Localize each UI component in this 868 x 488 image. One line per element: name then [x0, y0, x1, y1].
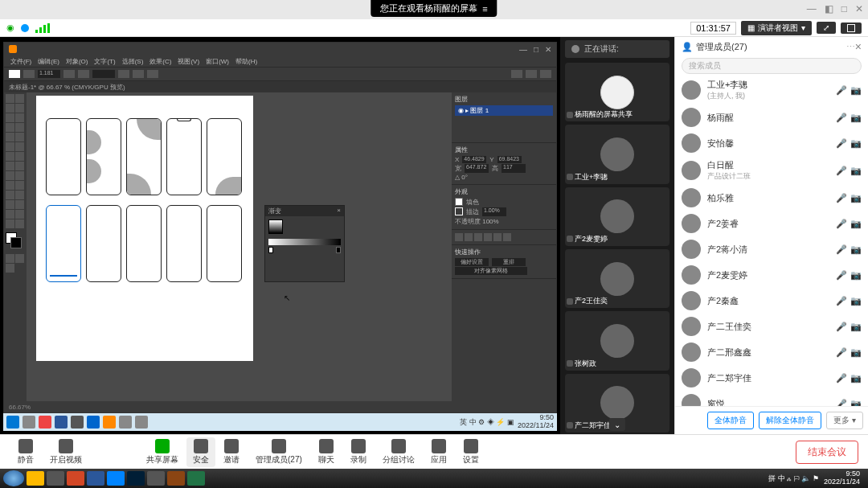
invite-button[interactable]: 邀请 [215, 439, 248, 465]
video-thumbnail[interactable]: 工业+李骢 [565, 125, 669, 183]
opt-icon[interactable] [511, 70, 522, 78]
mic-muted-icon[interactable]: 🎤 [836, 219, 847, 229]
panel-close-icon[interactable]: × [337, 207, 341, 215]
opt-icon[interactable] [526, 70, 537, 78]
brush-tool-icon[interactable] [15, 133, 24, 141]
taskbar-icon[interactable] [107, 471, 125, 486]
mic-muted-icon[interactable]: 🎤 [836, 113, 847, 123]
align-icon[interactable] [503, 233, 511, 241]
video-thumbnail[interactable]: 产2麦雯婷 [565, 187, 669, 246]
participant-row[interactable]: 窗悦🎤📷 [675, 391, 868, 406]
participant-row[interactable]: 安怡馨🎤📷 [675, 130, 868, 156]
color-mode-icon[interactable] [6, 254, 14, 263]
eyedropper-icon[interactable] [6, 191, 14, 199]
camera-off-icon[interactable]: 📷 [850, 193, 862, 203]
gradient-tool-icon[interactable] [15, 181, 24, 190]
layers-panel[interactable]: 图层 ◉ ▸ 图层 1 [452, 92, 556, 143]
opt-icon[interactable] [78, 70, 89, 78]
ai-document-tab[interactable]: 未标题-1* @ 66.67 % (CMYK/GPU 预览) [4, 81, 556, 92]
camera-off-icon[interactable]: 📷 [850, 138, 862, 149]
rect-tool-icon[interactable] [6, 133, 14, 141]
layer-row[interactable]: ◉ ▸ 图层 1 [455, 105, 553, 116]
mic-muted-icon[interactable]: 🎤 [836, 399, 847, 407]
security-button[interactable]: 安全 [186, 437, 215, 467]
camera-off-icon[interactable]: 📷 [850, 347, 862, 358]
curvature-tool-icon[interactable] [15, 113, 24, 122]
magic-wand-icon[interactable] [6, 104, 14, 113]
ai-close-icon[interactable]: ✕ [545, 45, 551, 54]
system-clock[interactable]: 9:50 2022/11/24 [824, 470, 860, 486]
inner-task-icon[interactable] [87, 416, 100, 429]
zoom-tool-icon[interactable] [15, 219, 24, 228]
align-icon[interactable] [493, 233, 502, 241]
ai-menu-item[interactable]: 视图(V) [178, 57, 199, 66]
ai-menu-item[interactable]: 文件(F) [10, 57, 31, 66]
mic-muted-icon[interactable]: 🎤 [836, 85, 847, 96]
fill-icon[interactable] [455, 198, 463, 206]
camera-off-icon[interactable]: 📷 [850, 244, 862, 255]
mic-muted-icon[interactable]: 🎤 [836, 373, 847, 383]
view-mode-selector[interactable]: ▦ 演讲者视图 ▾ [741, 21, 812, 35]
window-close-icon[interactable]: ✕ [855, 3, 863, 14]
participant-row[interactable]: 产二邢鑫鑫🎤📷 [675, 339, 868, 365]
participant-row[interactable]: 产2姜睿🎤📷 [675, 211, 868, 236]
inner-task-icon[interactable] [103, 416, 116, 429]
end-meeting-button[interactable]: 结束会议 [796, 441, 858, 464]
participant-row[interactable]: 产2秦鑫🎤📷 [675, 288, 868, 314]
participant-row[interactable]: 杨雨醒🎤📷 [675, 105, 868, 130]
qa-button[interactable]: 偏好设置 [455, 258, 489, 266]
ai-menu-item[interactable]: 效果(C) [149, 57, 171, 66]
mute-all-button[interactable]: 全体静音 [707, 412, 754, 429]
stroke-icon[interactable] [455, 207, 463, 215]
taskbar-icon[interactable] [147, 471, 165, 486]
align-icon[interactable] [455, 233, 463, 241]
chat-button[interactable]: 聊天 [310, 439, 342, 465]
ai-max-icon[interactable]: □ [534, 45, 538, 54]
tray-ime-icons[interactable]: 拼 中 ஃ ⚐ 🔈 ⚑ [768, 474, 819, 484]
opt-icon[interactable] [118, 70, 129, 78]
ai-menu-item[interactable]: 选择(S) [122, 57, 144, 66]
x-input[interactable]: 46.4829 [462, 156, 486, 163]
inner-task-icon[interactable] [55, 416, 68, 429]
taskbar-icon[interactable] [67, 471, 84, 486]
participant-row[interactable]: 产二王佳奕🎤📷 [675, 314, 868, 339]
opt-icon[interactable] [540, 70, 551, 78]
align-icon[interactable] [474, 233, 482, 241]
participant-row[interactable]: 白日醒产品设计二班🎤📷 [675, 156, 868, 185]
camera-off-icon[interactable]: 📷 [850, 399, 862, 407]
draw-mode-icon[interactable] [15, 254, 24, 263]
panel-close-icon[interactable]: × [855, 40, 862, 53]
width-tool-icon[interactable] [6, 162, 14, 170]
ai-menu-item[interactable]: 对象(O) [66, 57, 88, 66]
video-page-down[interactable]: ⌄ [609, 418, 625, 431]
w-input[interactable]: 647.872 [465, 164, 489, 173]
fill-stroke-swatch[interactable] [6, 232, 25, 248]
banner-menu-icon[interactable]: ≡ [482, 4, 487, 14]
start-button[interactable] [3, 470, 24, 486]
record-button[interactable]: 录制 [342, 439, 375, 465]
mic-muted-icon[interactable]: 🎤 [836, 193, 847, 203]
qa-button[interactable]: 重排 [492, 258, 526, 266]
camera-off-icon[interactable]: 📷 [850, 166, 862, 176]
opt-icon[interactable] [133, 70, 144, 78]
apps-button[interactable]: 应用 [423, 439, 455, 465]
shaper-tool-icon[interactable] [6, 142, 14, 151]
inner-task-icon[interactable] [71, 416, 84, 429]
participant-row[interactable]: 工业+李骢(主持人, 我)🎤📷 [675, 76, 868, 105]
align-icon[interactable] [465, 233, 473, 241]
inner-task-icon[interactable] [23, 416, 35, 429]
inner-ime-icons[interactable]: 英 中 ⚙ ◈ ⚡ ▣ [460, 417, 514, 428]
window-min-icon[interactable]: — [807, 3, 817, 14]
y-input[interactable]: 69.8423 [497, 156, 522, 163]
participant-search-input[interactable]: 搜索成员 [682, 58, 862, 74]
layout-button[interactable] [841, 23, 862, 34]
hand-tool-icon[interactable] [6, 219, 14, 228]
fill-swatch[interactable] [9, 70, 20, 78]
stroke-width[interactable]: 1.00% [482, 207, 506, 216]
camera-off-icon[interactable]: 📷 [850, 270, 862, 281]
line-tool-icon[interactable] [15, 123, 24, 132]
video-thumbnail[interactable]: 产2王佳奕 [565, 249, 669, 308]
graph-tool-icon[interactable] [15, 200, 24, 209]
mic-muted-icon[interactable]: 🎤 [836, 138, 847, 149]
perspective-icon[interactable] [15, 171, 24, 180]
